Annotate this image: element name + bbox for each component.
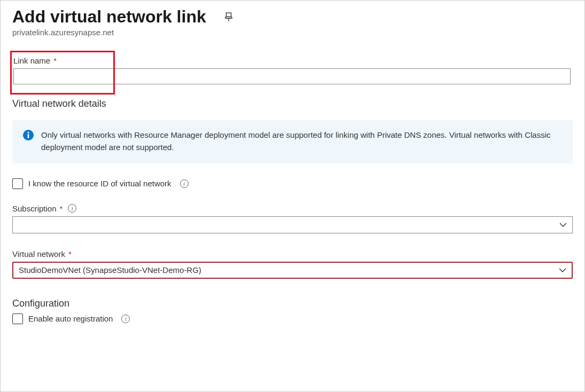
subscription-label-text: Subscription xyxy=(12,204,57,213)
subscription-block: Subscription * i xyxy=(12,204,573,233)
know-resource-id-row: I know the resource ID of virtual networ… xyxy=(12,178,573,189)
virtual-network-dropdown[interactable]: StudioDemoVNet (SynapseStudio-VNet-Demo-… xyxy=(12,262,573,279)
link-name-input[interactable] xyxy=(13,68,571,84)
chevron-down-icon xyxy=(559,221,567,229)
svg-rect-4 xyxy=(28,134,29,138)
info-icon xyxy=(23,130,34,140)
info-icon-auto-registration[interactable]: i xyxy=(121,315,130,323)
chevron-down-icon xyxy=(559,266,566,274)
required-asterisk: * xyxy=(60,204,63,213)
page-subtitle: privatelink.azuresynapse.net xyxy=(12,28,573,37)
enable-auto-checkbox[interactable] xyxy=(12,313,23,324)
virtual-network-value: StudioDemoVNet (SynapseStudio-VNet-Demo-… xyxy=(19,265,201,275)
svg-rect-0 xyxy=(226,13,231,17)
info-banner: Only virtual networks with Resource Mana… xyxy=(12,120,573,163)
link-name-block: Link name * xyxy=(12,54,573,87)
info-banner-text: Only virtual networks with Resource Mana… xyxy=(41,129,562,154)
info-icon-resource-id[interactable]: i xyxy=(180,179,189,188)
page-container: Add virtual network link privatelink.azu… xyxy=(0,0,585,392)
pin-icon[interactable] xyxy=(223,12,234,22)
svg-point-3 xyxy=(28,132,29,134)
required-asterisk: * xyxy=(68,249,72,258)
subscription-dropdown[interactable] xyxy=(12,216,573,233)
know-resource-id-checkbox[interactable] xyxy=(12,178,23,189)
configuration-title: Configuration xyxy=(12,298,573,309)
page-header: Add virtual network link xyxy=(12,7,573,27)
vnet-details-title: Virtual network details xyxy=(12,98,573,109)
required-asterisk: * xyxy=(53,56,57,65)
configuration-section: Configuration Enable auto registration i xyxy=(12,298,573,324)
virtual-network-block: Virtual network * StudioDemoVNet (Synaps… xyxy=(12,249,573,279)
info-icon-subscription[interactable]: i xyxy=(68,204,76,213)
enable-auto-label: Enable auto registration xyxy=(28,314,113,323)
page-title: Add virtual network link xyxy=(12,7,206,27)
subscription-label: Subscription * i xyxy=(12,204,573,213)
link-name-label-text: Link name xyxy=(13,56,50,65)
virtual-network-label: Virtual network * xyxy=(12,249,573,258)
know-resource-id-label: I know the resource ID of virtual networ… xyxy=(28,179,171,188)
enable-auto-row: Enable auto registration i xyxy=(12,313,573,324)
virtual-network-label-text: Virtual network xyxy=(12,249,65,258)
link-name-label: Link name * xyxy=(13,56,571,65)
